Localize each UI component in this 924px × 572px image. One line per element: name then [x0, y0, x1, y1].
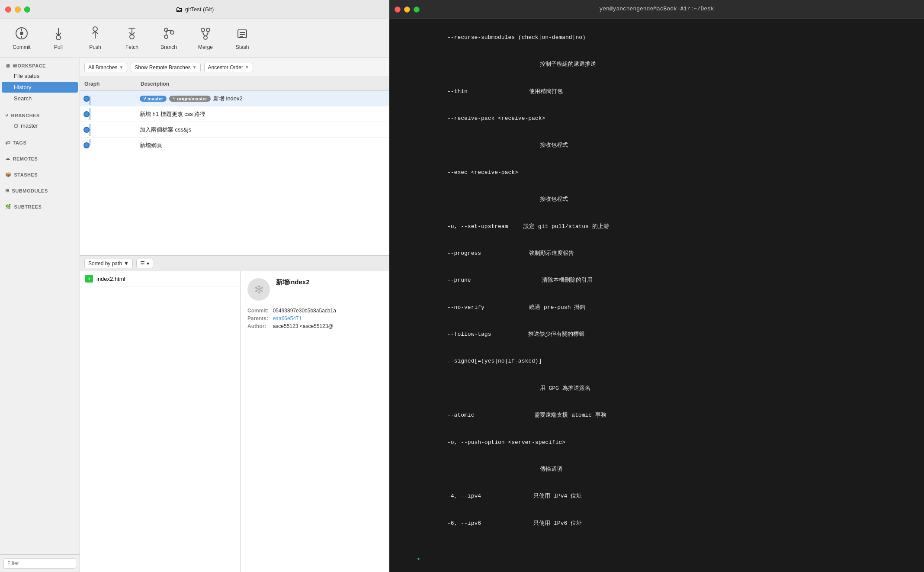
merge-icon — [199, 26, 212, 42]
stashes-label: STASHES — [14, 172, 38, 177]
terminal-content[interactable]: --recurse-submodules (check|on-demand|no… — [389, 19, 924, 572]
commit-message: 新增網頁 — [140, 141, 162, 149]
parent-hash[interactable]: eaa66e5471 — [273, 315, 382, 321]
sort-select[interactable]: Sorted by path ▼ — [84, 259, 133, 268]
commit-list[interactable]: ⑂ master ⑂ origin/master 新增 index2 新增 h1… — [80, 91, 389, 255]
terminal-command-1: ➜ gitTest git:(master) git push -f — [396, 546, 917, 572]
table-row[interactable]: ⑂ master ⑂ origin/master 新增 index2 — [80, 91, 389, 106]
term-line: 控制子模組的遞迴推送 — [396, 51, 917, 78]
show-remote-label: Show Remote Branches — [135, 64, 190, 71]
all-branches-arrow: ▼ — [119, 65, 123, 70]
commit-node — [83, 127, 90, 133]
file-list-panel: + index2.html — [80, 271, 240, 572]
terminal-minimize-button[interactable] — [404, 6, 410, 13]
commit-description: 新增 h1 標題更改 css 路徑 — [136, 110, 389, 118]
sidebar-branch-master[interactable]: master — [2, 120, 78, 131]
sidebar-item-search[interactable]: Search — [2, 93, 78, 104]
table-row[interactable]: 新增 h1 標題更改 css 路徑 — [80, 106, 389, 122]
subtrees-section: 🌿 SUBTREES — [0, 199, 80, 215]
fetch-button[interactable]: Fetch — [115, 22, 149, 55]
tags-section: 🏷 TAGS — [0, 135, 80, 151]
workspace-label: WORKSPACE — [13, 63, 46, 68]
workspace-icon: 🖥 — [5, 63, 10, 68]
author-value: asce55123 <asce55123@ — [273, 323, 382, 329]
all-branches-select[interactable]: All Branches ▼ — [84, 63, 127, 72]
ancestor-order-select[interactable]: Ancestor Order ▼ — [204, 63, 253, 72]
submodules-header: ⊞ SUBMODULES — [0, 186, 80, 195]
term-line: --receive-pack <receive-pack> — [396, 105, 917, 132]
stashes-icon: 📦 — [5, 172, 12, 177]
merge-button[interactable]: Merge — [188, 22, 223, 55]
pull-button[interactable]: Pull — [41, 22, 76, 55]
merge-label: Merge — [198, 44, 213, 50]
show-remote-select[interactable]: Show Remote Branches ▼ — [131, 63, 200, 72]
commit-node — [83, 96, 90, 102]
commit-description: 新增網頁 — [136, 141, 389, 149]
view-icon: ☰ — [140, 260, 145, 267]
file-name: index2.html — [96, 276, 125, 282]
stash-label: Stash — [236, 44, 249, 50]
sidebar-item-history[interactable]: History — [2, 82, 78, 93]
commit-button[interactable]: Commit — [4, 22, 39, 55]
git-panel: 🗂 gitTest (Git) Commit — [0, 0, 389, 572]
sort-bar: Sorted by path ▼ ☰ ▾ — [80, 256, 389, 271]
fetch-icon — [125, 26, 139, 42]
arrow-icon: ➜ — [417, 556, 420, 562]
show-remote-arrow: ▼ — [192, 65, 197, 70]
traffic-lights — [5, 6, 30, 13]
commit-node — [83, 111, 90, 117]
push-button[interactable]: Push — [78, 22, 112, 55]
term-line: -u, --set-upstream 設定 git pull/status 的上… — [396, 213, 917, 240]
file-status-label: File status — [14, 73, 39, 79]
table-row[interactable]: 加入兩個檔案 css&js — [80, 122, 389, 138]
pull-label: Pull — [54, 44, 63, 50]
term-line: --signed[=(yes|no|if-asked)] — [396, 348, 917, 375]
terminal-title: yen@yanchengendeMacBook-Air:~/Desk — [599, 5, 714, 14]
list-item[interactable]: + index2.html — [80, 271, 240, 286]
table-row[interactable]: 新增網頁 — [80, 138, 389, 153]
branches-label: BRANCHES — [11, 113, 40, 118]
fetch-label: Fetch — [125, 44, 138, 50]
sidebar-item-file-status[interactable]: File status — [2, 71, 78, 81]
ancestor-order-arrow: ▼ — [245, 65, 249, 70]
window-icon: 🗂 — [176, 6, 183, 13]
search-label: Search — [14, 95, 32, 102]
view-select[interactable]: ☰ ▾ — [136, 259, 153, 268]
term-line: --recurse-submodules (check|on-demand|no… — [396, 24, 917, 51]
branch-icon — [162, 26, 176, 42]
ancestor-order-label: Ancestor Order — [208, 64, 243, 71]
toolbar: Commit Pull Push — [0, 19, 389, 58]
svg-point-17 — [204, 36, 207, 39]
terminal-title-bar: yen@yanchengendeMacBook-Air:~/Desk — [389, 0, 924, 19]
subtrees-icon: 🌿 — [5, 204, 12, 209]
stash-button[interactable]: Stash — [225, 22, 260, 55]
stash-icon — [235, 26, 249, 42]
tags-icon: 🏷 — [5, 140, 10, 145]
branch-button[interactable]: Branch — [151, 22, 186, 55]
term-line: --exec <receive-pack> — [396, 159, 917, 186]
description-header: Description — [141, 81, 385, 87]
commit-message: 加入兩個檔案 css&js — [140, 126, 191, 134]
commit-label: Commit: — [247, 308, 269, 314]
filter-input[interactable] — [3, 558, 76, 569]
branch-bar: All Branches ▼ Show Remote Branches ▼ An… — [80, 58, 389, 77]
terminal-close-button[interactable] — [395, 6, 401, 13]
commit-title: 新增index2 — [276, 278, 310, 296]
detail-panel: Sorted by path ▼ ☰ ▾ + index2.html — [80, 255, 389, 572]
remotes-section: ☁ REMOTES — [0, 151, 80, 167]
commit-message: 新增 h1 標題更改 css 路徑 — [140, 110, 205, 118]
branch-label: Branch — [160, 44, 177, 50]
history-label: History — [14, 84, 31, 90]
term-line: --progress 強制顯示進度報告 — [396, 240, 917, 267]
close-button[interactable] — [5, 6, 11, 13]
remotes-label: REMOTES — [13, 156, 38, 161]
minimize-button[interactable] — [15, 6, 21, 13]
commit-icon — [15, 26, 29, 42]
term-line: --prune 清除本機刪除的引用 — [396, 267, 917, 294]
submodules-icon: ⊞ — [5, 188, 10, 193]
svg-point-15 — [201, 28, 205, 32]
terminal-maximize-button[interactable] — [414, 6, 420, 13]
sorted-by-arrow: ▼ — [124, 260, 129, 267]
maximize-button[interactable] — [24, 6, 30, 13]
branches-icon: ⑂ — [5, 113, 9, 118]
